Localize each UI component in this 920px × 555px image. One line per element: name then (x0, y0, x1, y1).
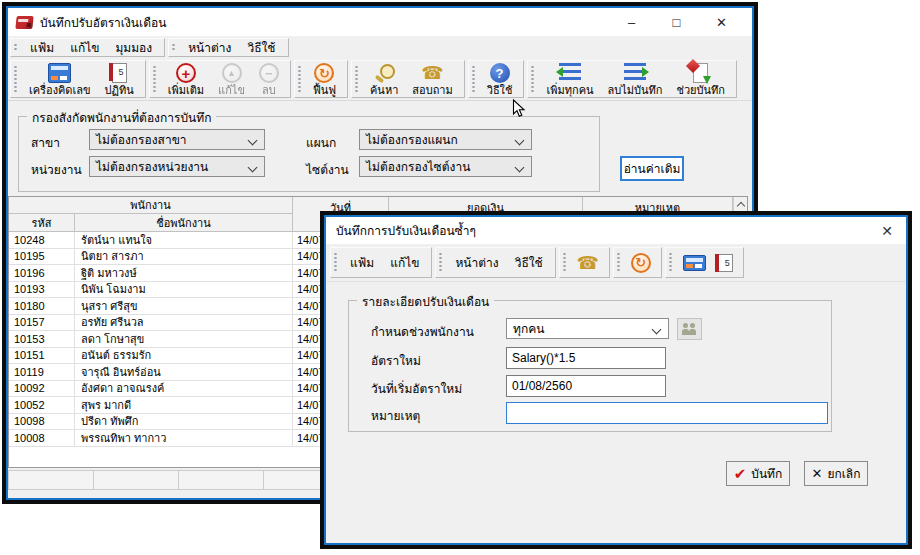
people-icon (681, 322, 698, 337)
app-icon (15, 16, 33, 29)
toolbar-button[interactable]: ค้นหา (363, 61, 405, 97)
toolbar-button[interactable]: เพิ่มทุกคน (539, 61, 600, 97)
drag-handle[interactable] (14, 43, 17, 52)
maximize-button[interactable]: □ (654, 10, 699, 34)
scroll-up-button[interactable] (734, 197, 747, 212)
toolbar-group-tools: เครื่องคิดเลข ปฏิทิน (10, 60, 146, 98)
toolbar-group-edit: เพิ่มเติม แก้ไข ลบ (149, 60, 291, 98)
menu-items: หน้าต่างวิธีใช้ (180, 36, 283, 59)
window-controls: – □ ✕ (609, 10, 744, 34)
drag-handle[interactable] (153, 65, 156, 93)
site-select[interactable]: ไม่ต้องกรองไซต์งาน (359, 156, 532, 177)
drag-handle[interactable] (563, 252, 566, 273)
toolbar: เครื่องคิดเลข ปฏิทิน (8, 58, 752, 101)
toolbar-button[interactable]: ลบ (252, 61, 286, 97)
menu-item[interactable]: มุมมอง (107, 36, 160, 59)
phone-icon (577, 253, 599, 273)
toolbar-group-batch: เพิ่มทุกคน ลบไม่บันทึก ช่วยบันทึก (527, 60, 737, 98)
drag-handle[interactable] (669, 252, 672, 273)
drag-handle[interactable] (334, 252, 337, 273)
refresh-button[interactable] (625, 253, 657, 273)
drag-handle[interactable] (298, 65, 301, 93)
col-header-code: รหัส (9, 214, 75, 232)
help-icon (490, 63, 510, 83)
refresh-icon (631, 253, 651, 273)
unit-label: หน่วยงาน (31, 160, 82, 179)
adjust-details-title: รายละเอียดปรับเงินเดือน (357, 292, 494, 311)
toolbar-button[interactable]: ปฏิทิน (98, 61, 141, 97)
menu-item[interactable]: แฟ้ม (22, 36, 62, 59)
dialog-close-button[interactable]: ✕ (872, 220, 902, 242)
dialog-menu-group-window: หน้าต่างวิธีใช้ (435, 247, 555, 278)
toolbar-button[interactable]: สอบถาม (405, 61, 459, 97)
unit-select[interactable]: ไม่ต้องกรองหน่วยงาน (89, 156, 265, 177)
calculator-icon (683, 255, 706, 271)
menu-group-window: หน้าต่างวิธีใช้ (168, 38, 288, 57)
save-button[interactable]: ✔ บันทึก (726, 461, 790, 486)
dialog-toolbar-group-tools (665, 247, 744, 278)
menu-item[interactable]: หน้าต่าง (447, 251, 506, 274)
dialog-inner: บันทึกการปรับเงินเดือนซ้ำๆ ✕ แฟ้มแก้ไข ห… (324, 215, 908, 545)
dialog-toolbar: แฟ้มแก้ไข หน้าต่างวิธีใช้ (326, 244, 906, 282)
note-label: หมายเหตุ (371, 406, 420, 425)
removeunsaved-icon (624, 63, 646, 83)
start-date-label: วันที่เริ่มอัตราใหม่ (371, 379, 462, 398)
note-input[interactable] (506, 402, 828, 424)
new-rate-input[interactable] (506, 347, 666, 369)
col-header-name: ชื่อพนักงาน (75, 214, 293, 232)
select-employees-button[interactable] (677, 318, 702, 340)
toolbar-button[interactable]: เพิ่มเติม (161, 61, 211, 97)
calendar-button[interactable] (712, 254, 739, 272)
add-icon (176, 63, 196, 83)
menu-item[interactable]: วิธีใช้ (507, 251, 551, 274)
drag-handle[interactable] (172, 43, 175, 52)
toolbar-button[interactable]: แก้ไข (211, 61, 252, 97)
menu-item[interactable]: แฟ้ม (342, 251, 382, 274)
dept-label: แผนก (306, 133, 336, 152)
chevron-down-icon (248, 136, 258, 146)
read-original-button[interactable]: อ่านค่าเดิม (620, 156, 684, 181)
toolbar-button[interactable]: วิธีใช้ (480, 61, 520, 97)
drag-handle[interactable] (355, 65, 358, 93)
close-button[interactable]: ✕ (699, 10, 744, 34)
col-header-employee: พนักงาน (9, 197, 293, 214)
toolbar-button[interactable]: ฟื้นฟู (306, 61, 343, 97)
drag-handle[interactable] (439, 252, 442, 273)
branch-select[interactable]: ไม่ต้องกรองสาขา (89, 129, 265, 150)
drag-handle[interactable] (14, 65, 17, 93)
menu-group-file: แฟ้มแก้ไขมุมมอง (10, 38, 165, 57)
x-icon: ✕ (812, 467, 823, 480)
menu-item[interactable]: หน้าต่าง (180, 36, 239, 59)
dialog-title-bar: บันทึกการปรับเงินเดือนซ้ำๆ ✕ (326, 217, 906, 244)
dialog-toolbar-group-refresh (613, 247, 662, 278)
toolbar-group-refresh: ฟื้นฟู (294, 60, 348, 98)
menu-item[interactable]: แก้ไข (62, 36, 107, 59)
adjust-details-groupbox: รายละเอียดปรับเงินเดือน กำหนดช่วงพนักงาน… (348, 300, 832, 432)
drag-handle[interactable] (531, 65, 534, 93)
employee-range-select[interactable]: ทุกคน (506, 318, 669, 339)
dialog-toolbar-group-phone (559, 247, 610, 278)
menu-item[interactable]: แก้ไข (382, 251, 427, 274)
chevron-down-icon (652, 325, 662, 335)
start-date-input[interactable] (506, 375, 666, 397)
toolbar-button[interactable]: ช่วยบันทึก (669, 61, 732, 97)
minimize-button[interactable]: – (609, 10, 654, 34)
addall-icon (559, 63, 581, 83)
inquire-button[interactable] (571, 253, 605, 273)
employee-range-label: กำหนดช่วงพนักงาน (371, 322, 474, 341)
calculator-icon (48, 63, 71, 83)
check-icon: ✔ (734, 466, 747, 481)
edit-icon (222, 63, 242, 83)
refresh-icon (314, 63, 334, 83)
calculator-button[interactable] (677, 255, 712, 271)
drag-handle[interactable] (617, 252, 620, 273)
drag-handle[interactable] (472, 65, 475, 93)
new-rate-label: อัตราใหม่ (371, 351, 421, 370)
site-label: ไซต์งาน (306, 160, 349, 179)
title-bar: บันทึกปรับอัตราเงินเดือน – □ ✕ (8, 8, 752, 36)
cancel-button[interactable]: ✕ ยกเลิก (804, 461, 868, 486)
menu-item[interactable]: วิธีใช้ (239, 36, 283, 59)
toolbar-button[interactable]: ลบไม่บันทึก (601, 61, 670, 97)
toolbar-button[interactable]: เครื่องคิดเลข (22, 61, 98, 97)
dept-select[interactable]: ไม่ต้องกรองแผนก (359, 129, 532, 150)
